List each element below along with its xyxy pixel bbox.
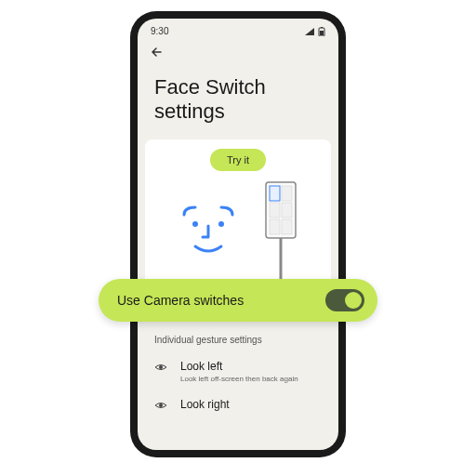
face-icon (175, 198, 242, 265)
page-title: Face Switch settings (138, 68, 338, 139)
eye-icon (154, 362, 167, 375)
gesture-title: Look left (180, 360, 322, 373)
signal-icon (305, 28, 314, 35)
toggle-label: Use Camera switches (117, 293, 244, 308)
gesture-item-look-right[interactable]: Look right (138, 390, 338, 420)
toggle-switch[interactable] (325, 289, 364, 311)
gesture-description: Look left off-screen then back again (180, 375, 322, 383)
svg-point-14 (159, 403, 163, 407)
phone-screen: 9:30 Face Switch settings Try it (138, 19, 338, 450)
status-time: 9:30 (151, 26, 168, 36)
svg-rect-6 (270, 186, 280, 201)
svg-rect-9 (282, 203, 292, 218)
status-bar: 9:30 (138, 19, 338, 40)
svg-rect-7 (282, 186, 292, 201)
try-it-button[interactable]: Try it (210, 149, 266, 171)
phone-frame: 9:30 Face Switch settings Try it (130, 11, 346, 457)
eye-icon (154, 400, 167, 413)
svg-rect-1 (321, 27, 323, 28)
phone-on-stand-icon (260, 180, 301, 283)
svg-point-13 (159, 365, 163, 369)
status-icons (305, 27, 325, 36)
arrow-back-icon (151, 46, 164, 59)
svg-point-3 (192, 221, 198, 227)
illustration-card: Try it (145, 139, 331, 298)
svg-point-4 (218, 221, 224, 227)
battery-icon (318, 27, 325, 36)
svg-rect-11 (282, 219, 292, 234)
svg-rect-8 (270, 203, 280, 218)
gesture-item-look-left[interactable]: Look left Look left off-screen then back… (138, 352, 338, 390)
gesture-text: Look left Look left off-screen then back… (180, 360, 322, 383)
svg-rect-2 (320, 31, 324, 35)
gesture-title: Look right (180, 398, 322, 411)
camera-switches-toggle-highlight[interactable]: Use Camera switches (99, 279, 377, 322)
back-button[interactable] (138, 40, 338, 68)
toggle-knob (345, 292, 362, 309)
gesture-text: Look right (180, 398, 322, 411)
svg-rect-10 (270, 219, 280, 234)
